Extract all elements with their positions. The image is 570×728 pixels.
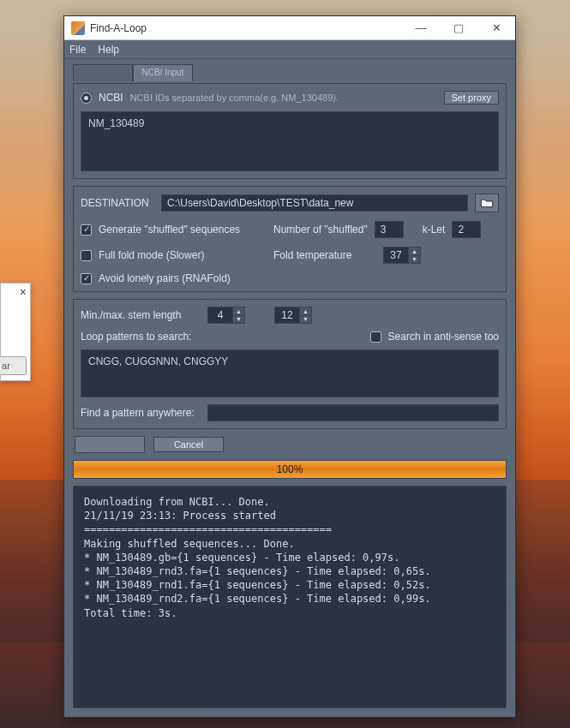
chevron-up-icon[interactable]: ▲ — [409, 248, 420, 256]
menubar: File Help — [64, 40, 515, 59]
action-row: Cancel — [73, 436, 507, 453]
generate-shuffled-label: Generate "shuffled" sequences — [99, 224, 253, 236]
generate-shuffled-checkbox[interactable] — [81, 224, 92, 236]
klet-label: k-Let — [423, 224, 446, 236]
background-partial-window: × ar — [0, 283, 31, 381]
ncbi-radio[interactable] — [81, 92, 92, 104]
log-output: Downloading from NCBI... Done. 21/11/19 … — [73, 486, 507, 708]
tab-blank[interactable] — [73, 64, 133, 81]
destination-input[interactable] — [161, 194, 468, 212]
pattern-anywhere-input[interactable] — [207, 404, 499, 421]
chevron-down-icon[interactable]: ▼ — [300, 316, 311, 324]
close-button[interactable]: ✕ — [477, 16, 515, 40]
ncbi-radio-label: NCBI — [99, 92, 123, 104]
fold-temp-input[interactable] — [383, 247, 409, 264]
fold-temp-spinner[interactable]: ▲▼ — [383, 247, 421, 264]
full-fold-checkbox[interactable] — [81, 250, 92, 261]
klet-input[interactable] — [452, 221, 481, 238]
titlebar: Find-A-Loop — ▢ ✕ — [64, 16, 515, 40]
chevron-down-icon[interactable]: ▼ — [409, 256, 420, 264]
ncbi-ids-input[interactable]: NM_130489 — [81, 111, 499, 171]
source-tabs: NCBI Input — [73, 64, 507, 81]
avoid-lonely-checkbox[interactable] — [81, 273, 92, 284]
chevron-down-icon[interactable]: ▼ — [233, 316, 244, 324]
num-shuffled-label: Number of "shuffled" — [273, 224, 368, 236]
loop-patterns-input[interactable]: CNGG, CUGGNNN, CNGGYY — [81, 349, 499, 397]
menu-file[interactable]: File — [69, 44, 86, 56]
menu-help[interactable]: Help — [98, 44, 119, 56]
loop-patterns-label: Loop patterns to search: — [81, 331, 201, 343]
antisense-label: Search in anti-sense too — [388, 331, 499, 343]
source-panel: NCBI NCBI IDs separated by comma(e.g. NM… — [73, 83, 507, 179]
stem-length-label: Min./max. stem length — [81, 309, 201, 321]
stem-min-input[interactable] — [207, 307, 233, 324]
run-button[interactable] — [75, 436, 145, 453]
browse-button[interactable] — [475, 194, 499, 212]
antisense-checkbox[interactable] — [370, 331, 381, 343]
source-panel-wrapper: NCBI Input NCBI NCBI IDs separated by co… — [73, 64, 507, 179]
ncbi-hint: NCBI IDs separated by comma(e.g. NM_1304… — [130, 92, 339, 103]
pattern-anywhere-label: Find a pattern anywhere: — [81, 407, 201, 419]
minimize-button[interactable]: — — [402, 16, 440, 40]
set-proxy-button[interactable]: Set proxy — [444, 91, 499, 104]
stem-max-input[interactable] — [274, 307, 300, 324]
options-panel: DESTINATION Generate "shuffled" sequence… — [73, 186, 507, 292]
folder-open-icon — [480, 197, 494, 209]
progress-text: 100% — [277, 463, 303, 475]
ghost-button[interactable]: ar — [0, 356, 27, 375]
tab-ncbi-input[interactable]: NCBI Input — [133, 64, 193, 81]
chevron-up-icon[interactable]: ▲ — [300, 307, 311, 316]
maximize-button[interactable]: ▢ — [440, 16, 477, 40]
num-shuffled-input[interactable] — [375, 221, 404, 238]
stem-max-spinner[interactable]: ▲▼ — [274, 307, 312, 324]
fold-temp-label: Fold temperature — [273, 249, 376, 261]
cancel-button[interactable]: Cancel — [153, 437, 224, 452]
avoid-lonely-label: Avoid lonely pairs (RNAFold) — [99, 272, 231, 284]
full-fold-label: Full fold mode (Slower) — [99, 249, 253, 261]
close-icon[interactable]: × — [20, 285, 27, 299]
destination-label: DESTINATION — [81, 197, 154, 209]
chevron-up-icon[interactable]: ▲ — [233, 307, 244, 316]
stem-min-spinner[interactable]: ▲▼ — [207, 307, 245, 324]
progress-bar: 100% — [73, 460, 507, 479]
java-icon — [71, 21, 85, 35]
main-window: Find-A-Loop — ▢ ✕ File Help NCBI Input N… — [63, 15, 516, 718]
window-title: Find-A-Loop — [90, 22, 402, 34]
search-panel: Min./max. stem length ▲▼ ▲▼ Loop pattern… — [73, 299, 507, 429]
